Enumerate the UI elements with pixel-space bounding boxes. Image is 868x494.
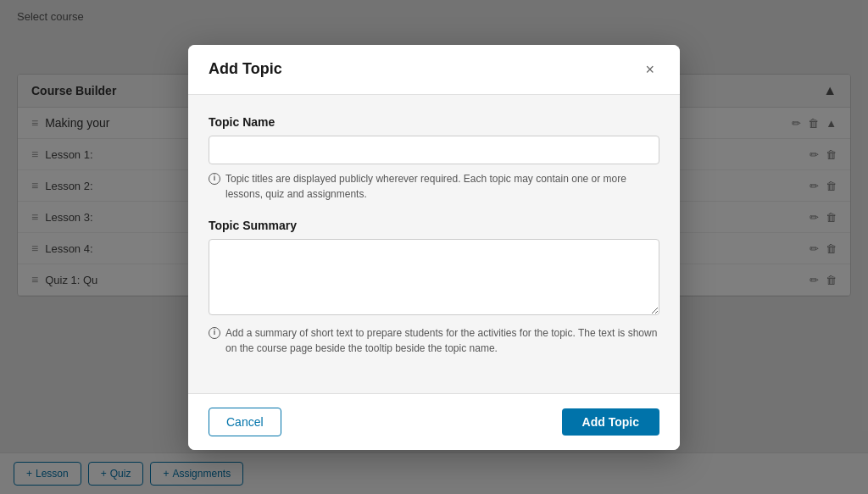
modal-footer: Cancel Add Topic: [188, 393, 680, 450]
add-topic-button[interactable]: Add Topic: [562, 408, 659, 436]
topic-name-group: Topic Name i Topic titles are displayed …: [209, 115, 659, 202]
topic-name-label: Topic Name: [209, 115, 659, 129]
topic-summary-group: Topic Summary i Add a summary of short t…: [209, 219, 659, 356]
topic-summary-textarea[interactable]: [209, 239, 659, 315]
topic-name-input[interactable]: [209, 136, 659, 164]
topic-summary-label: Topic Summary: [209, 219, 659, 232]
topic-summary-hint: i Add a summary of short text to prepare…: [209, 325, 659, 356]
info-icon: i: [209, 173, 220, 185]
info-icon: i: [209, 327, 220, 339]
modal-header: Add Topic ×: [188, 45, 680, 95]
topic-summary-hint-text: Add a summary of short text to prepare s…: [225, 325, 659, 356]
cancel-button[interactable]: Cancel: [209, 408, 281, 436]
modal-title: Add Topic: [209, 60, 282, 78]
topic-name-hint: i Topic titles are displayed publicly wh…: [209, 171, 659, 202]
modal-overlay: Add Topic × Topic Name i Topic titles ar…: [0, 0, 868, 494]
modal-close-button[interactable]: ×: [640, 60, 659, 79]
add-topic-modal: Add Topic × Topic Name i Topic titles ar…: [188, 45, 680, 450]
topic-name-hint-text: Topic titles are displayed publicly wher…: [225, 171, 659, 202]
modal-body: Topic Name i Topic titles are displayed …: [188, 95, 680, 393]
